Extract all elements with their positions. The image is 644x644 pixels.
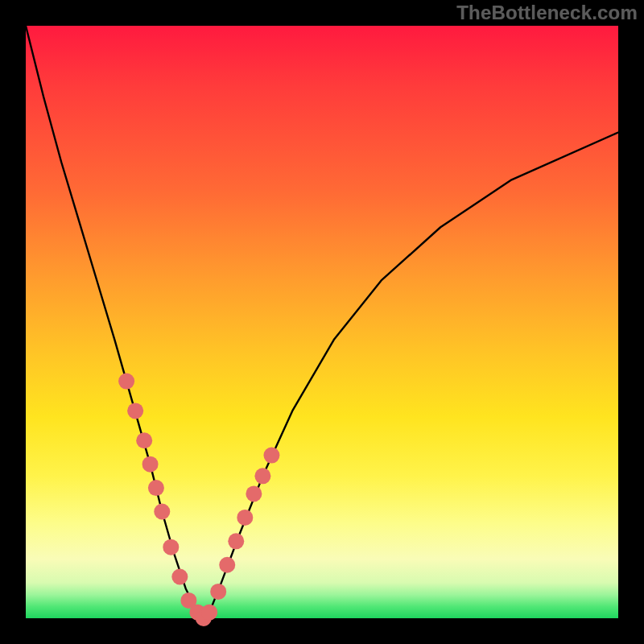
highlight-dot xyxy=(148,480,164,496)
curve-svg xyxy=(26,26,618,618)
highlight-dot xyxy=(219,557,235,573)
watermark-text: TheBottleneck.com xyxy=(456,2,638,24)
bottleneck-curve-path xyxy=(26,26,618,618)
chart-frame: TheBottleneck.com xyxy=(0,0,644,644)
bottleneck-curve xyxy=(26,26,618,618)
highlight-dot xyxy=(237,510,253,526)
highlight-dot xyxy=(154,504,170,520)
highlight-dot xyxy=(118,374,134,390)
highlight-dot xyxy=(210,584,226,600)
highlight-dot xyxy=(142,456,159,473)
highlight-dot xyxy=(171,568,188,584)
highlight-dot xyxy=(163,539,179,555)
highlight-dot xyxy=(136,432,152,448)
plot-area xyxy=(26,26,618,618)
highlight-dot xyxy=(201,605,217,621)
highlight-dot xyxy=(246,485,262,502)
highlight-dot xyxy=(228,533,244,549)
highlight-dot xyxy=(254,468,270,484)
highlight-dots xyxy=(118,374,279,626)
highlight-dot xyxy=(263,448,279,464)
highlight-dot xyxy=(127,402,143,419)
